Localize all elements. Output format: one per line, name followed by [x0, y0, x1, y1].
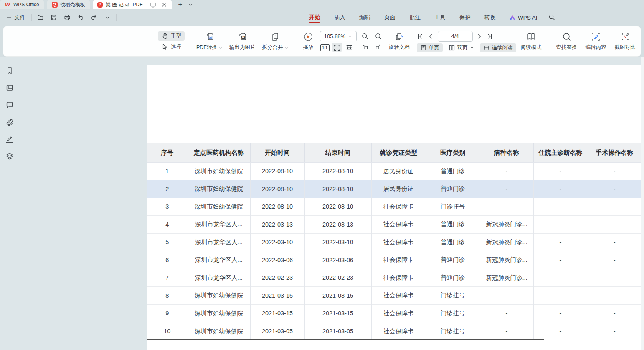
rotate-document-button[interactable]: 旋转文档 — [386, 31, 413, 52]
zoom-out-icon — [361, 33, 369, 40]
single-page-button[interactable]: 单页 — [417, 43, 443, 52]
first-page-button[interactable] — [417, 33, 424, 40]
table-cell: 2021-03-15 — [250, 304, 304, 322]
table-cell: 2021-03-05 — [250, 322, 304, 340]
rotate-right-button[interactable] — [373, 42, 383, 51]
table-cell: 社会保障卡 — [371, 304, 426, 322]
select-tool-button[interactable]: 选择 — [158, 42, 185, 51]
book-icon — [526, 32, 536, 42]
table-cell: 2022-02-23 — [304, 269, 371, 287]
find-replace-button[interactable]: 查找替换 — [553, 31, 580, 52]
play-button[interactable]: 播放 — [300, 31, 317, 52]
file-menu-label: 文件 — [14, 14, 25, 21]
bookmarks-panel-button[interactable] — [5, 66, 14, 75]
fit-page-button[interactable] — [332, 43, 342, 52]
rotate-left-button[interactable] — [360, 42, 370, 51]
tab-docer-templates[interactable]: 找稻壳模板 — [47, 0, 90, 9]
ribbon-tab-annotate[interactable]: 批注 — [408, 10, 421, 25]
hand-tool-button[interactable]: 手型 — [158, 31, 185, 41]
tab-list-chevron-icon[interactable] — [187, 1, 194, 8]
column-header: 手术操作名称 — [588, 143, 641, 162]
vertical-scrollbar[interactable] — [641, 57, 644, 350]
split-merge-label: 拆分合并 — [262, 44, 283, 51]
ribbon-tab-tools[interactable]: 工具 — [434, 10, 446, 25]
table-cell: 社会保障卡 — [371, 233, 426, 251]
table-cell: - — [588, 287, 641, 305]
page-number-input[interactable]: 4/4 — [438, 31, 473, 42]
column-header: 就诊凭证类型 — [371, 143, 426, 162]
zoom-out-button[interactable] — [360, 32, 370, 41]
save-icon[interactable] — [49, 13, 58, 22]
table-cell: - — [480, 322, 533, 340]
hamburger-icon — [6, 15, 12, 20]
double-page-button[interactable]: 双页 — [445, 43, 477, 52]
ribbon-tab-protect[interactable]: 保护 — [459, 10, 472, 25]
table-row: 6深圳市龙华区人...2022-03-062022-03-06社会保障卡普通门诊… — [147, 251, 641, 269]
edit-content-label: 编辑内容 — [586, 44, 606, 51]
table-cell: 5 — [147, 233, 188, 251]
thumbnails-panel-button[interactable] — [5, 83, 14, 92]
split-merge-button[interactable]: 拆分合并 — [259, 31, 292, 52]
table-row: 7深圳市龙华区人...2022-02-232022-02-23社会保障卡普通门诊… — [147, 269, 641, 287]
convert-group: W PDF转换 输出为图片 拆分合并 — [193, 31, 292, 52]
ribbon-tabs: 开始插入编辑页面批注工具保护转换 WPS AI — [308, 9, 556, 26]
next-page-button[interactable] — [476, 33, 483, 40]
undo-icon[interactable] — [76, 13, 85, 22]
signature-panel-button[interactable] — [5, 135, 14, 144]
actual-size-button[interactable]: 1:1 — [320, 43, 330, 52]
ribbon-search-icon[interactable] — [548, 13, 556, 22]
continuous-read-button[interactable]: 连续阅读 — [480, 43, 516, 52]
ribbon-tab-convert[interactable]: 转换 — [484, 10, 497, 25]
open-file-icon[interactable] — [36, 13, 45, 22]
table-row: 9深圳市妇幼保健院2021-03-152021-03-15社会保障卡门诊挂号--… — [147, 304, 641, 322]
screen-share-icon[interactable] — [149, 1, 157, 8]
table-cell: 2022-03-13 — [304, 216, 371, 234]
ribbon-tab-insert[interactable]: 插入 — [333, 10, 346, 25]
ribbon-tab-page[interactable]: 页面 — [383, 10, 396, 25]
table-cell: 2021-03-15 — [250, 287, 304, 305]
table-cell: - — [533, 322, 588, 340]
redo-icon[interactable] — [89, 13, 99, 22]
table-cell: 深圳市龙华区人... — [188, 251, 250, 269]
new-tab-button[interactable]: + — [176, 1, 184, 8]
ribbon-tab-edit[interactable]: 编辑 — [358, 10, 371, 25]
table-cell: - — [588, 251, 641, 269]
layers-panel-button[interactable] — [5, 152, 14, 161]
attachments-panel-button[interactable] — [5, 118, 14, 127]
table-cell: 2022-03-13 — [250, 216, 304, 234]
read-mode-button[interactable]: 阅读模式 — [518, 31, 545, 52]
zoom-input[interactable]: 105.88% — [320, 31, 357, 41]
table-cell: 2 — [147, 180, 188, 198]
comments-panel-button[interactable] — [5, 100, 14, 110]
pdf-convert-button[interactable]: W PDF转换 — [193, 31, 226, 52]
divider — [189, 30, 189, 53]
table-cell: 社会保障卡 — [371, 322, 426, 340]
one-to-one-icon: 1:1 — [320, 44, 330, 51]
table-cell: 2022-08-10 — [304, 180, 371, 198]
table-cell: 深圳市妇幼保健院 — [188, 198, 250, 216]
tab-label: WPS Office — [13, 2, 39, 8]
tab-document[interactable]: P 就 医 记 录 .PDF — [93, 0, 172, 9]
print-icon[interactable] — [63, 13, 72, 22]
fit-width-button[interactable] — [344, 43, 354, 52]
export-image-button[interactable]: 输出为图片 — [226, 31, 259, 52]
last-page-button[interactable] — [487, 33, 494, 40]
quickbar-chevron-icon[interactable] — [103, 13, 112, 22]
screenshot-compare-button[interactable]: 截图对比 — [612, 31, 639, 52]
table-cell: 普通门诊 — [426, 251, 480, 269]
table-cell: 7 — [147, 269, 188, 287]
file-menu-button[interactable]: 文件 — [4, 13, 27, 23]
previous-page-button[interactable] — [427, 33, 434, 40]
table-cell: 9 — [147, 304, 188, 322]
table-cell: 2022-03-10 — [304, 233, 371, 251]
table-cell: - — [480, 304, 533, 322]
table-cell: 普通门诊 — [426, 269, 480, 287]
close-tab-icon[interactable] — [160, 1, 168, 8]
compress-button[interactable]: 压缩 — [641, 31, 644, 52]
edit-content-button[interactable]: 编辑内容 — [583, 31, 609, 52]
ribbon-tab-home[interactable]: 开始 — [308, 10, 321, 25]
table-cell: - — [533, 216, 588, 234]
zoom-in-button[interactable] — [373, 32, 383, 41]
tab-wps-home[interactable]: W WPS Office — [0, 0, 44, 9]
tab-wps-ai[interactable]: WPS AI — [509, 14, 538, 21]
